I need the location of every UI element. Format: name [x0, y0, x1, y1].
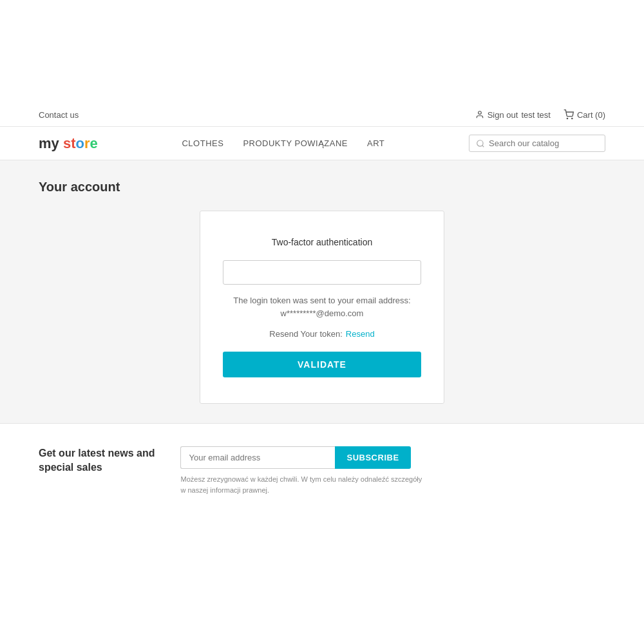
svg-line-4 [482, 145, 484, 147]
newsletter-section: Get our latest news and special sales SU… [0, 423, 644, 518]
search-box [469, 135, 605, 152]
svg-point-3 [477, 140, 483, 146]
email-info: The login token was sent to your email a… [233, 294, 410, 319]
svg-point-1 [567, 118, 567, 118]
top-bar-left: Contact us [39, 109, 79, 120]
auth-card-title: Two-factor authentication [272, 237, 372, 247]
newsletter-right: SUBSCRIBE Możesz zrezygnować w każdej ch… [180, 446, 605, 495]
nav-links: CLOTHES PRODUKTY POWIĄZANE ART [182, 138, 384, 148]
logo-e: e [90, 135, 98, 151]
logo-my: my [39, 135, 63, 151]
newsletter-heading-line2: special sales [39, 462, 102, 473]
logo-t: t [71, 135, 75, 151]
logo-r: r [84, 135, 90, 151]
newsletter-form: SUBSCRIBE [180, 446, 605, 469]
nav-art[interactable]: ART [367, 138, 384, 148]
newsletter-heading: Get our latest news and special sales [39, 446, 155, 475]
top-spacer [0, 0, 644, 103]
cart-link[interactable]: Cart (0) [564, 109, 605, 120]
nav-bar: my store CLOTHES PRODUKTY POWIĄZANE ART [0, 127, 644, 160]
page-title: Your account [39, 180, 605, 194]
logo-o: o [76, 135, 84, 151]
username-label: test test [521, 110, 551, 120]
nav-produkty[interactable]: PRODUKTY POWIĄZANE [243, 138, 348, 148]
sign-out-label: Sign out [488, 110, 518, 120]
logo-s: s [63, 135, 71, 151]
logo[interactable]: my store [39, 135, 98, 152]
resend-link[interactable]: Resend [346, 329, 375, 339]
newsletter-inner: Get our latest news and special sales SU… [39, 446, 605, 495]
search-icon [476, 139, 485, 148]
validate-button[interactable]: VALIDATE [223, 352, 421, 377]
token-input[interactable] [223, 260, 421, 285]
email-subscribe-input[interactable] [180, 446, 335, 469]
resend-row: Resend Your token: Resend [269, 329, 374, 339]
newsletter-heading-line1: Get our latest news and [39, 448, 155, 459]
subscribe-button[interactable]: SUBSCRIBE [335, 446, 410, 469]
top-bar-right: Sign out test test Cart (0) [475, 109, 605, 120]
nav-clothes[interactable]: CLOTHES [182, 138, 223, 148]
newsletter-disclaimer: Możesz zrezygnować w każdej chwili. W ty… [180, 474, 425, 495]
resend-label: Resend Your token: [269, 329, 342, 339]
top-bar: Contact us Sign out test test Cart (0) [0, 103, 644, 127]
search-input[interactable] [489, 138, 598, 148]
cart-label: Cart (0) [577, 110, 605, 120]
main-content: Your account Two-factor authentication T… [0, 160, 644, 423]
cart-icon [564, 109, 574, 120]
auth-card: Two-factor authentication The login toke… [200, 211, 444, 404]
user-icon [475, 110, 484, 119]
contact-us-link[interactable]: Contact us [39, 110, 79, 120]
sign-out-link[interactable]: Sign out test test [475, 110, 551, 120]
svg-point-0 [478, 111, 481, 115]
email-info-line1: The login token was sent to your email a… [233, 296, 410, 305]
email-address: w*********@demo.com [281, 308, 364, 318]
svg-point-2 [572, 118, 573, 118]
